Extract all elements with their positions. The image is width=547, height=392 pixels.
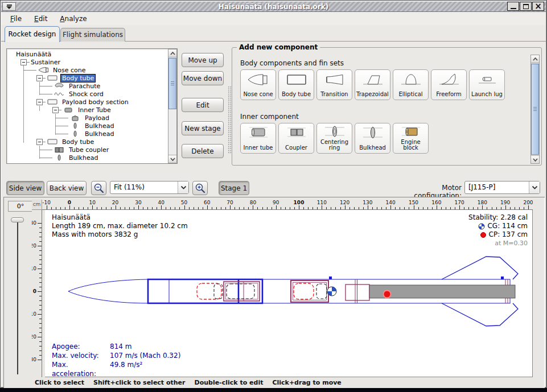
move-up-button[interactable]: Move up <box>182 53 224 67</box>
vertical-ruler: -30-20-100102030 <box>32 210 42 377</box>
ruler-tick <box>38 291 42 292</box>
rotation-slider-track[interactable] <box>17 220 18 374</box>
ruler-tick <box>39 287 42 287</box>
maximize-button[interactable] <box>520 2 532 11</box>
move-down-button[interactable]: Move down <box>182 71 224 85</box>
minimize-button[interactable] <box>507 2 519 11</box>
ruler-tick <box>359 207 359 209</box>
window-menu-button[interactable] <box>2 2 16 11</box>
scroll-down-icon[interactable] <box>531 155 539 163</box>
horizontal-ruler: -100102030405060708090100110120130140150… <box>42 200 533 210</box>
ruler-label: 160 <box>431 200 441 205</box>
ruler-tick <box>125 207 125 209</box>
tree-item-bulkhead[interactable]: Bulkhead <box>8 130 167 138</box>
collapse-icon[interactable] <box>52 107 59 113</box>
add-inner-tube-button[interactable]: Inner tube <box>240 123 276 154</box>
tree-item-payload-body-section[interactable]: Payload body section <box>8 98 167 106</box>
tree-item-rocket[interactable]: Haisunäätä <box>8 50 167 58</box>
ruler-label: -20 <box>32 243 36 249</box>
tree-item-nose-cone[interactable]: Nose cone <box>8 66 167 74</box>
collapse-icon[interactable] <box>36 139 43 145</box>
rocket-canvas[interactable]: Haisunäätä Length 189 cm, max. diameter … <box>45 210 533 377</box>
app-window: Haisunäätä (haisunaata.ork) × File Edit … <box>0 0 547 388</box>
rotation-slider-handle[interactable] <box>11 217 24 222</box>
ruler-tick <box>60 207 61 209</box>
ruler-tick <box>354 207 355 209</box>
back-view-button[interactable]: Back view <box>47 181 87 195</box>
zoom-level-select[interactable]: Fit (11%) <box>110 181 189 194</box>
zoom-in-icon <box>195 183 205 193</box>
side-view-button[interactable]: Side view <box>6 181 44 195</box>
add-trapezoidal-fin-button[interactable]: Trapezoidal <box>355 69 390 100</box>
ruler-tick <box>39 328 42 328</box>
maximize-icon <box>523 4 529 9</box>
menu-edit[interactable]: Edit <box>28 13 53 24</box>
tree-item-payload[interactable]: Payload <box>8 114 167 122</box>
splitter-handle[interactable] <box>228 86 232 154</box>
ruler-tick <box>377 207 377 209</box>
apogee-value: 814 m <box>110 342 131 351</box>
ruler-tick <box>409 207 409 209</box>
tree-scroll-thumb[interactable] <box>168 58 176 109</box>
tree-scrollbar[interactable] <box>168 49 177 163</box>
new-stage-button[interactable]: New stage <box>182 121 224 135</box>
add-transition-button[interactable]: Transition <box>316 69 352 100</box>
add-coupler-button[interactable]: Coupler <box>278 123 314 154</box>
menu-analyze[interactable]: Analyze <box>54 13 92 24</box>
add-launch-lug-button[interactable]: Launch lug <box>469 69 505 100</box>
ruler-tick <box>83 207 84 209</box>
tree-item-bulkhead-3[interactable]: Bulkhead <box>8 154 167 162</box>
ruler-label: 50 <box>181 200 187 205</box>
close-button[interactable]: × <box>532 2 544 11</box>
add-freeform-fin-button[interactable]: Freeform <box>431 69 467 100</box>
hint-click-select: Click to select <box>35 379 84 386</box>
title-bar[interactable]: Haisunäätä (haisunaata.ork) × <box>1 1 546 12</box>
tab-flight-simulations[interactable]: Flight simulations <box>60 28 125 42</box>
collapse-icon[interactable] <box>36 75 43 81</box>
ruler-tick <box>322 205 322 209</box>
zoom-in-button[interactable] <box>192 181 208 195</box>
add-bulkhead-button[interactable]: Bulkhead <box>355 123 390 154</box>
ruler-tick <box>464 207 464 209</box>
edit-button[interactable]: Edit <box>182 98 224 112</box>
add-body-tube-button[interactable]: Body tube <box>278 69 314 100</box>
collapse-icon[interactable] <box>20 59 27 65</box>
tree-item-sustainer[interactable]: Sustainer <box>8 58 167 66</box>
component-tree[interactable]: Haisunäätä Sustainer Nose cone Body tube… <box>6 48 178 164</box>
add-centering-ring-button[interactable]: Centering ring <box>316 123 352 154</box>
tree-item-shock-cord[interactable]: Shock cord <box>8 90 167 98</box>
ruler-tick <box>326 207 327 209</box>
zoom-out-icon <box>93 183 104 193</box>
ruler-tick <box>473 207 474 209</box>
component-scroll-thumb[interactable] <box>531 64 539 155</box>
tree-item-bulkhead[interactable]: Bulkhead <box>8 122 167 130</box>
collapse-icon[interactable] <box>36 99 43 105</box>
scroll-up-icon[interactable] <box>531 55 539 63</box>
ruler-tick <box>459 205 460 209</box>
zoom-out-button[interactable] <box>91 181 106 195</box>
tree-item-body-tube-2[interactable]: Body tube <box>8 138 167 146</box>
add-nose-cone-button[interactable]: Nose cone <box>240 69 276 100</box>
tree-item-tube-coupler[interactable]: Tube coupler <box>8 146 167 154</box>
tree-item-inner-tube[interactable]: Inner Tube <box>8 106 167 114</box>
ruler-tick <box>225 207 226 209</box>
ruler-tick <box>528 205 529 209</box>
bulkhead-icon <box>54 154 65 161</box>
motor-configuration-select[interactable]: [J115-P] <box>464 181 540 194</box>
tree-item-body-tube[interactable]: Body tube <box>8 74 167 82</box>
delete-button[interactable]: Delete <box>182 144 224 158</box>
scroll-up-icon[interactable] <box>168 49 176 57</box>
menu-file[interactable]: File <box>5 13 27 24</box>
ruler-label: 10 <box>89 200 96 205</box>
ruler-tick <box>120 207 121 209</box>
add-elliptical-fin-button[interactable]: Elliptical <box>393 69 429 100</box>
component-panel-scrollbar[interactable] <box>530 55 540 164</box>
tree-item-parachute[interactable]: Parachute <box>8 82 167 90</box>
ruler-label: 20 <box>32 334 36 340</box>
stage-1-toggle[interactable]: Stage 1 <box>219 181 249 195</box>
tab-rocket-design[interactable]: Rocket design <box>5 26 60 42</box>
add-engine-block-button[interactable]: Engine block <box>393 123 429 154</box>
ruler-tick <box>496 207 497 209</box>
scroll-down-icon[interactable] <box>168 155 176 163</box>
ruler-tick <box>515 207 515 209</box>
